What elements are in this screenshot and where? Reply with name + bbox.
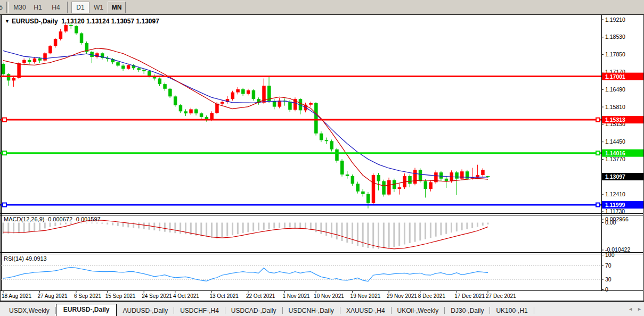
candle-body <box>413 170 417 184</box>
candle-body <box>48 46 52 54</box>
macd-histogram-bar <box>237 223 239 235</box>
price-axis-label: 1.14450 <box>605 138 625 145</box>
macd-histogram-bar <box>273 223 275 229</box>
date-axis-label: 15 Sep 2021 <box>105 293 136 299</box>
line-handle-marker[interactable] <box>3 118 6 122</box>
level-badge: 1.14016 <box>605 150 625 156</box>
macd-histogram-bar <box>336 223 338 240</box>
tab-scroll-left-icon[interactable]: ◄ <box>628 306 633 312</box>
candle-body <box>424 181 428 189</box>
macd-histogram-bar <box>252 223 254 231</box>
chart-tab-usdchf-h4[interactable]: USDCHF-,H4 <box>174 305 225 316</box>
macd-histogram-bar <box>305 223 306 229</box>
macd-histogram-bar <box>477 223 478 227</box>
macd-histogram-bar <box>456 223 458 232</box>
candle-body <box>236 89 240 93</box>
chart-canvas[interactable]: 1.192101.185301.178501.171701.164901.158… <box>1 15 643 301</box>
macd-histogram-bar <box>378 223 379 249</box>
tab-scroll-right-icon[interactable]: ► <box>637 306 642 312</box>
candle-body <box>194 109 198 113</box>
candle-body <box>481 170 485 175</box>
level-badge: 1.15313 <box>605 117 625 123</box>
macd-histogram-bar <box>451 223 452 233</box>
candle-body <box>309 103 313 105</box>
macd-histogram-bar <box>289 223 291 228</box>
timeframe-button-mn[interactable]: MN <box>108 2 126 13</box>
macd-histogram-bar <box>86 223 87 223</box>
chart-tab-usdcnh-daily[interactable]: USDCNH-,Daily <box>283 305 340 316</box>
line-handle-marker[interactable] <box>596 203 600 207</box>
timeframe-button-5[interactable]: 5 <box>0 2 4 13</box>
chart-tab-audusd-daily[interactable]: AUDUSD-,Daily <box>117 305 174 316</box>
date-axis-label: 29 Nov 2021 <box>387 293 417 299</box>
chart-tab-usdcad-daily[interactable]: USDCAD-,Daily <box>225 305 282 316</box>
chart-window: ▼EURUSD-,Daily 1.13120 1.13124 1.13057 1… <box>0 14 644 301</box>
line-handle-marker[interactable] <box>3 151 6 155</box>
macd-histogram-bar <box>409 223 411 244</box>
candle-body <box>121 65 125 69</box>
price-axis-label: 1.12410 <box>605 191 625 197</box>
macd-histogram-bar <box>466 223 468 229</box>
candle-body <box>80 34 84 43</box>
chart-tab-eurusd-daily[interactable]: EURUSD-,Daily <box>56 304 117 316</box>
price-axis-label: 1.16490 <box>605 86 625 93</box>
macd-histogram-bar <box>352 223 353 245</box>
candle-body <box>429 182 433 189</box>
macd-histogram-bar <box>310 223 312 230</box>
macd-histogram-bar <box>91 223 93 223</box>
chart-tab-usdx-weekly[interactable]: USDX,Weekly <box>3 305 55 316</box>
macd-histogram-bar <box>101 223 103 224</box>
macd-histogram-bar <box>23 223 25 233</box>
candle-body <box>460 171 464 179</box>
candle-body <box>361 192 365 194</box>
chart-tab-dj30-daily[interactable]: DJ30-,Daily <box>445 305 490 316</box>
chart-tab-ukoil-weekly[interactable]: UKOil-,Weekly <box>392 305 445 316</box>
candle-body <box>142 70 146 71</box>
macd-histogram-bar <box>487 223 489 224</box>
timeframe-toolbar: 5M30H1H4D1W1MN <box>0 0 644 14</box>
timeframe-button-w1[interactable]: W1 <box>89 2 108 13</box>
macd-histogram-bar <box>143 223 145 229</box>
candle-body <box>247 90 250 94</box>
macd-histogram-bar <box>461 223 463 230</box>
macd-histogram-bar <box>18 223 20 234</box>
macd-histogram-bar <box>279 223 280 228</box>
line-handle-marker[interactable] <box>596 118 600 122</box>
macd-histogram-bar <box>299 223 301 229</box>
candle-body <box>408 176 412 184</box>
timeframe-button-h4[interactable]: H4 <box>47 2 65 13</box>
price-axis-label: 1.13770 <box>605 156 625 162</box>
macd-histogram-bar <box>159 223 160 231</box>
macd-histogram-bar <box>123 223 124 227</box>
date-axis-label: 17 Dec 2021 <box>454 293 485 299</box>
macd-histogram-bar <box>419 223 421 241</box>
candle-body <box>351 176 355 184</box>
timeframe-button-m30[interactable]: M30 <box>11 2 29 13</box>
timeframe-button-h1[interactable]: H1 <box>29 2 47 13</box>
macd-histogram-bar <box>138 223 140 229</box>
candle-body <box>445 179 449 181</box>
macd-histogram-bar <box>393 223 395 247</box>
macd-histogram-bar <box>404 223 405 245</box>
candle-body <box>372 175 376 203</box>
rsi-axis-label: 70 <box>605 262 612 269</box>
timeframe-button-d1[interactable]: D1 <box>71 2 89 13</box>
macd-histogram-bar <box>388 223 390 248</box>
ohlc-low: 1.13057 <box>111 18 134 25</box>
price-axis-label: 1.18530 <box>605 34 625 40</box>
macd-histogram-bar <box>440 223 442 236</box>
chart-tabbar: USDX,WeeklyEURUSD-,DailyAUDUSD-,DailyUSD… <box>0 301 644 316</box>
line-handle-marker[interactable] <box>3 203 6 207</box>
date-axis-label: 18 Aug 2021 <box>2 293 32 299</box>
candle-body <box>64 25 68 31</box>
line-handle-marker[interactable] <box>596 151 600 155</box>
chart-tab-xauusd-h4[interactable]: XAUUSD-,H4 <box>340 305 391 316</box>
candle-body <box>148 71 151 76</box>
macd-value: -0.000672 <box>46 216 72 222</box>
macd-histogram-bar <box>471 223 473 228</box>
chart-tab-uk100-h1[interactable]: UK100-,H1 <box>490 305 533 316</box>
tab-separator <box>534 307 534 314</box>
ma-line-red <box>3 48 488 186</box>
macd-histogram-bar <box>96 223 98 224</box>
candle-body <box>231 93 235 99</box>
